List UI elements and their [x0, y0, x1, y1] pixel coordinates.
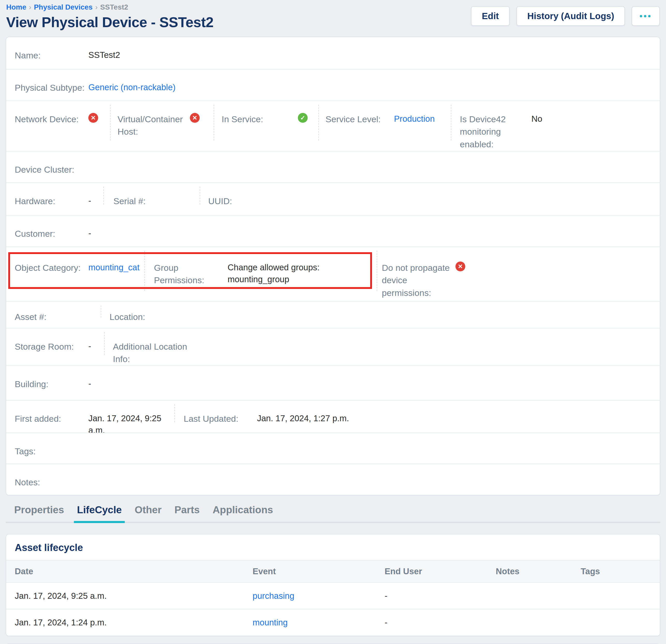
- object-category-field: Object Category: mounting_cat: [6, 247, 144, 301]
- device-cluster-label: Device Cluster:: [15, 163, 88, 176]
- notes-label: Notes:: [15, 476, 88, 488]
- tab-other[interactable]: Other: [135, 504, 161, 522]
- more-actions-button[interactable]: •••: [632, 6, 660, 26]
- column-header-notes: Notes: [496, 560, 581, 582]
- red-x-icon: [190, 113, 200, 123]
- asset-lifecycle-table: Date Event End User Notes Tags Jan. 17, …: [6, 560, 660, 636]
- lifecycle-notes: [496, 582, 581, 609]
- tab-parts[interactable]: Parts: [174, 504, 200, 522]
- service-level-link[interactable]: Production: [394, 113, 435, 125]
- field-row-device-cluster: Device Cluster:: [6, 151, 660, 182]
- object-category-label: Object Category:: [15, 262, 88, 274]
- network-device-field: Network Device:: [6, 101, 110, 151]
- field-row-name: Name: SSTest2: [6, 37, 660, 69]
- column-header-end-user: End User: [385, 560, 496, 582]
- location-field: Location:: [101, 302, 660, 328]
- lifecycle-tags: [581, 582, 660, 609]
- tab-lifecycle[interactable]: LifeCycle: [77, 504, 122, 522]
- name-label: Name:: [15, 49, 88, 62]
- service-level-label: Service Level:: [326, 113, 394, 125]
- group-permissions-value: Change allowed groups: mounting_group: [228, 262, 376, 285]
- name-value: SSTest2: [88, 49, 120, 61]
- group-permissions-label: Group Permissions:: [154, 262, 228, 286]
- uuid-field: UUID:: [200, 183, 660, 215]
- asset-lifecycle-heading: Asset lifecycle: [6, 535, 660, 560]
- asset-number-field: Asset #:: [6, 302, 101, 328]
- breadcrumb-home-link[interactable]: Home: [6, 3, 27, 11]
- physical-subtype-link[interactable]: Generic (non-rackable): [88, 82, 175, 93]
- physical-subtype-field: Physical Subtype: Generic (non-rackable): [6, 70, 660, 101]
- lifecycle-event-link[interactable]: purchasing: [253, 591, 294, 601]
- last-updated-field: Last Updated: Jan. 17, 2024, 1:27 p.m.: [174, 401, 660, 433]
- edit-button[interactable]: Edit: [471, 6, 510, 26]
- network-device-label: Network Device:: [15, 113, 88, 125]
- tab-applications[interactable]: Applications: [213, 504, 273, 522]
- storage-room-field: Storage Room: -: [6, 329, 104, 365]
- building-value: -: [88, 378, 91, 390]
- lifecycle-end-user: -: [385, 582, 496, 609]
- field-row-hardware: Hardware: - Serial #: UUID:: [6, 182, 660, 215]
- hardware-label: Hardware:: [15, 195, 88, 207]
- field-row-permissions: Object Category: mounting_cat Group Perm…: [6, 246, 660, 301]
- breadcrumb-separator: ›: [95, 3, 98, 11]
- virtual-container-host-label: Virtual/Container Host:: [118, 113, 190, 138]
- object-category-link[interactable]: mounting_cat: [88, 262, 140, 274]
- field-row-dates: First added: Jan. 17, 2024, 9:25 a.m. La…: [6, 400, 660, 433]
- red-x-icon: [455, 262, 465, 271]
- table-header-row: Date Event End User Notes Tags: [6, 560, 660, 582]
- lifecycle-notes: [496, 609, 581, 636]
- toolbar: Edit History (Audit Logs) •••: [471, 6, 660, 26]
- last-updated-label: Last Updated:: [184, 413, 249, 425]
- group-permissions-field: Group Permissions: Change allowed groups…: [144, 247, 376, 301]
- first-added-label: First added:: [15, 413, 88, 425]
- column-header-event: Event: [253, 560, 385, 582]
- d42-monitoring-label: Is Device42 monitoring enabled:: [460, 113, 524, 151]
- notes-field: Notes:: [6, 464, 660, 495]
- serial-field: Serial #:: [103, 183, 200, 215]
- additional-location-info-field: Additional Location Info:: [104, 329, 660, 365]
- field-row-status: Network Device: Virtual/Container Host: …: [6, 101, 660, 151]
- detail-tabs: Properties LifeCycle Other Parts Applica…: [6, 504, 660, 523]
- no-propagate-label: Do not propagate device permissions:: [382, 262, 455, 299]
- title-block: Home›Physical Devices›SSTest2 View Physi…: [6, 3, 213, 37]
- customer-field: Customer: -: [6, 215, 660, 246]
- d42-monitoring-field: Is Device42 monitoring enabled: No: [451, 101, 660, 151]
- field-row-notes: Notes:: [6, 464, 660, 495]
- building-field: Building: -: [6, 366, 660, 400]
- field-row-asset: Asset #: Location:: [6, 301, 660, 328]
- column-header-tags: Tags: [581, 560, 660, 582]
- lifecycle-date: Jan. 17, 2024, 9:25 a.m.: [6, 582, 253, 609]
- physical-subtype-label: Physical Subtype:: [15, 82, 88, 94]
- field-row-physical-subtype: Physical Subtype: Generic (non-rackable): [6, 69, 660, 101]
- hardware-value: -: [88, 195, 91, 207]
- red-x-icon: [88, 113, 98, 123]
- no-propagate-field: Do not propagate device permissions:: [376, 247, 660, 301]
- device-cluster-field: Device Cluster:: [6, 152, 660, 182]
- tags-field: Tags:: [6, 433, 660, 464]
- page-title: View Physical Device - SSTest2: [6, 14, 213, 31]
- breadcrumb-current: SSTest2: [100, 3, 128, 11]
- uuid-label: UUID:: [208, 195, 282, 207]
- tags-label: Tags:: [15, 445, 88, 457]
- location-label: Location:: [109, 311, 183, 323]
- service-level-field: Service Level: Production: [318, 101, 451, 151]
- last-updated-value: Jan. 17, 2024, 1:27 p.m.: [257, 413, 349, 424]
- device-detail-card: Name: SSTest2 Physical Subtype: Generic …: [6, 37, 660, 495]
- d42-monitoring-value: No: [531, 113, 542, 125]
- tab-properties[interactable]: Properties: [14, 504, 64, 522]
- breadcrumb-physical-devices-link[interactable]: Physical Devices: [34, 3, 92, 11]
- first-added-field: First added: Jan. 17, 2024, 9:25 a.m.: [6, 401, 174, 433]
- column-header-date: Date: [6, 560, 253, 582]
- field-row-tags: Tags:: [6, 433, 660, 464]
- asset-lifecycle-card: Asset lifecycle Date Event End User Note…: [6, 534, 660, 636]
- storage-room-label: Storage Room:: [15, 340, 88, 353]
- customer-label: Customer:: [15, 227, 88, 240]
- field-row-customer: Customer: -: [6, 215, 660, 246]
- customer-value: -: [88, 227, 91, 239]
- additional-location-info-label: Additional Location Info:: [113, 340, 190, 365]
- table-row: Jan. 17, 2024, 9:25 a.m. purchasing -: [6, 582, 660, 609]
- lifecycle-event-link[interactable]: mounting: [253, 617, 288, 627]
- history-audit-logs-button[interactable]: History (Audit Logs): [516, 6, 625, 26]
- lifecycle-tags: [581, 609, 660, 636]
- green-check-icon: [298, 113, 308, 123]
